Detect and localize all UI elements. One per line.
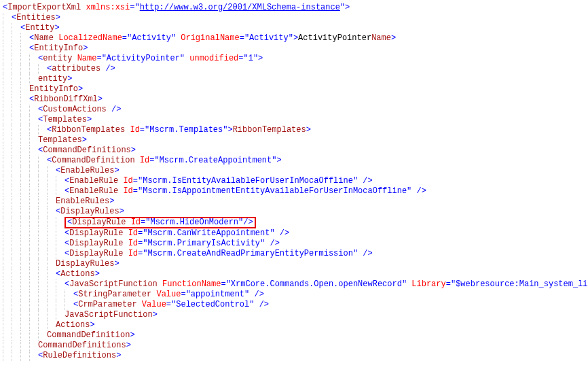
code-line: <Templates> xyxy=(3,115,585,125)
code-line: <Name LocalizedName="Activity" OriginalN… xyxy=(3,33,585,44)
code-line: <EnableRule Id="Mscrm.IsAppointmentEntit… xyxy=(3,186,585,196)
highlighted-display-rule: <DisplayRule Id="Mscrm.HideOnModern"/> xyxy=(65,217,256,228)
code-line: <EnableRule Id="Mscrm.IsEntityAvailableF… xyxy=(3,176,585,186)
code-line: <RuleDefinitions> xyxy=(3,351,585,361)
code-line: Actions> xyxy=(3,320,585,330)
code-line: <DisplayRule Id="Mscrm.CreateAndReadPrim… xyxy=(3,249,585,259)
code-line: <RibbonDiffXml> xyxy=(3,94,585,105)
code-line: EntityInfo> xyxy=(3,84,585,94)
code-line: <EntityInfo> xyxy=(3,44,585,54)
code-line: <EnableRules> xyxy=(3,166,585,176)
code-line: CommandDefinitions> xyxy=(3,341,585,351)
code-line: <attributes /> xyxy=(3,64,585,74)
code-line: <StringParameter Value="appointment" /> xyxy=(3,290,585,300)
code-line: <RibbonTemplates Id="Mscrm.Templates">Ri… xyxy=(3,125,585,135)
code-line: entity> xyxy=(3,74,585,84)
code-line: Templates> xyxy=(3,135,585,145)
code-line: <CommandDefinitions> xyxy=(3,145,585,156)
code-line: <entity Name="ActivityPointer" unmodifie… xyxy=(3,54,585,64)
schema-url-link[interactable]: http://www.w3.org/2001/XMLSchema-instanc… xyxy=(140,3,340,12)
code-line: <Entities> xyxy=(3,13,585,23)
code-line: JavaScriptFunction> xyxy=(3,310,585,320)
code-line: DisplayRules> xyxy=(3,259,585,269)
code-line: <CustomActions /> xyxy=(3,105,585,115)
code-line: <DisplayRule Id="Mscrm.CanWriteAppointme… xyxy=(3,228,585,239)
code-line: <Entity> xyxy=(3,23,585,33)
code-line: CommandDefinition> xyxy=(3,330,585,341)
code-line: <ImportExportXml xmlns:xsi="http://www.w… xyxy=(3,3,585,13)
code-line: <Actions> xyxy=(3,269,585,279)
code-line: <CommandDefinition Id="Mscrm.CreateAppoi… xyxy=(3,156,585,166)
code-line: <DisplayRules> xyxy=(3,207,585,217)
code-line: <JavaScriptFunction FunctionName="XrmCor… xyxy=(3,279,585,290)
code-line: <CrmParameter Value="SelectedControl" /> xyxy=(3,300,585,310)
xml-code-block: <ImportExportXml xmlns:xsi="http://www.w… xyxy=(3,3,585,361)
code-line: <DisplayRule Id="Mscrm.PrimaryIsActivity… xyxy=(3,239,585,249)
code-line: EnableRules> xyxy=(3,196,585,207)
code-line: <DisplayRule Id="Mscrm.HideOnModern"/> xyxy=(3,217,585,228)
